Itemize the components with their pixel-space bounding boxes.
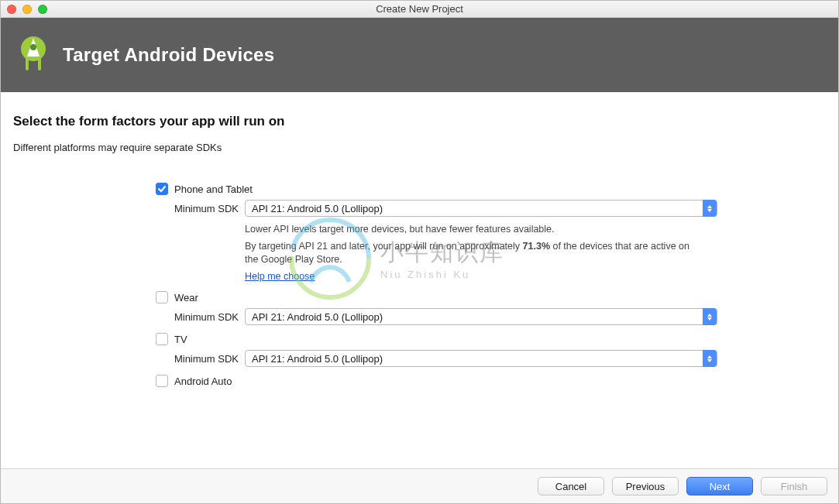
tv-sdk-label: Minimum SDK <box>156 353 245 365</box>
window-title: Create New Project <box>1 3 838 15</box>
tv-checkbox[interactable] <box>156 333 168 345</box>
auto-checkbox[interactable] <box>156 375 168 387</box>
phone-sdk-select[interactable]: API 21: Android 5.0 (Lollipop) <box>245 200 717 217</box>
factor-auto: Android Auto <box>156 375 826 387</box>
wear-sdk-select[interactable]: API 21: Android 5.0 (Lollipop) <box>245 308 717 325</box>
close-window-icon[interactable] <box>7 5 16 14</box>
finish-button: Finish <box>761 477 827 495</box>
wizard-content: Select the form factors your app will ru… <box>1 92 838 387</box>
form-factors-group: Phone and Tablet Minimum SDK API 21: And… <box>156 183 826 387</box>
wizard-footer: Cancel Previous Next Finish <box>1 468 838 503</box>
factor-phone-tablet: Phone and Tablet Minimum SDK API 21: And… <box>156 183 826 283</box>
factor-wear: Wear Minimum SDK API 21: Android 5.0 (Lo… <box>156 291 826 325</box>
wizard-title: Target Android Devices <box>63 44 274 66</box>
window-titlebar: Create New Project <box>1 1 838 18</box>
select-stepper-icon <box>703 350 717 367</box>
phone-tablet-label: Phone and Tablet <box>174 183 253 195</box>
select-stepper-icon <box>703 200 717 217</box>
svg-rect-2 <box>26 57 29 70</box>
factor-tv: TV Minimum SDK API 21: Android 5.0 (Loll… <box>156 333 826 367</box>
select-stepper-icon <box>703 308 717 325</box>
coverage-percent: 71.3% <box>523 241 550 252</box>
android-studio-icon <box>15 33 52 77</box>
svg-point-1 <box>30 44 36 50</box>
content-heading: Select the form factors your app will ru… <box>13 114 826 129</box>
wear-checkbox[interactable] <box>156 291 168 303</box>
phone-tablet-checkbox[interactable] <box>156 183 168 195</box>
next-button[interactable]: Next <box>686 477 753 495</box>
maximize-window-icon[interactable] <box>38 5 47 14</box>
phone-sdk-value: API 21: Android 5.0 (Lollipop) <box>252 203 383 214</box>
phone-helper-line2: By targeting API 21 and later, your app … <box>245 240 696 267</box>
minimize-window-icon[interactable] <box>22 5 32 14</box>
cancel-button[interactable]: Cancel <box>538 477 604 495</box>
content-subheading: Different platforms may require separate… <box>13 142 826 153</box>
phone-helper-line1: Lower API levels target more devices, bu… <box>245 223 696 237</box>
tv-label: TV <box>174 334 187 345</box>
svg-rect-3 <box>38 57 41 70</box>
traffic-lights <box>7 5 47 14</box>
tv-sdk-select[interactable]: API 21: Android 5.0 (Lollipop) <box>245 350 717 367</box>
wizard-header: Target Android Devices <box>1 18 838 92</box>
auto-label: Android Auto <box>174 375 232 387</box>
help-me-choose-link[interactable]: Help me choose <box>245 271 315 282</box>
wear-sdk-label: Minimum SDK <box>156 311 245 323</box>
wear-label: Wear <box>174 292 198 303</box>
previous-button[interactable]: Previous <box>612 477 679 495</box>
wear-sdk-value: API 21: Android 5.0 (Lollipop) <box>252 311 383 323</box>
phone-sdk-label: Minimum SDK <box>156 203 245 214</box>
tv-sdk-value: API 21: Android 5.0 (Lollipop) <box>252 353 383 365</box>
